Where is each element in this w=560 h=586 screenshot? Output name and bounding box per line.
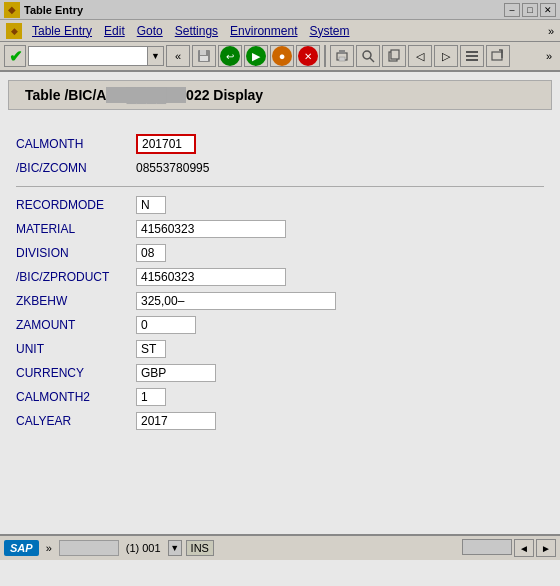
find-icon bbox=[361, 49, 375, 63]
shortcut-button[interactable]: ↩ bbox=[218, 45, 242, 67]
find-button[interactable] bbox=[356, 45, 380, 67]
calmonth2-label: CALMONTH2 bbox=[16, 390, 136, 404]
print-button[interactable] bbox=[330, 45, 354, 67]
svg-line-7 bbox=[370, 58, 374, 62]
maximize-button[interactable]: □ bbox=[522, 3, 538, 17]
toolbar-btn-7[interactable] bbox=[486, 45, 510, 67]
title-bar-controls: – □ ✕ bbox=[504, 3, 556, 17]
form-area: CALMONTH 201701 /BIC/ZCOMN 08553780995 R… bbox=[0, 126, 560, 443]
calmonth2-row: CALMONTH2 1 bbox=[16, 387, 544, 407]
zamount-value[interactable]: 0 bbox=[136, 316, 196, 334]
menu-app-icon[interactable]: ◆ bbox=[6, 23, 22, 39]
sap-logo: SAP bbox=[4, 540, 39, 556]
status-nav-right-button[interactable]: ► bbox=[536, 539, 556, 557]
material-label: MATERIAL bbox=[16, 222, 136, 236]
menu-table-entry[interactable]: Table Entry bbox=[26, 22, 98, 40]
status-progress bbox=[59, 540, 119, 556]
save-icon bbox=[197, 49, 211, 63]
content-area: Table /BIC/A████022 Display CALMONTH 201… bbox=[0, 72, 560, 560]
app-icon: ◆ bbox=[4, 2, 20, 18]
menu-edit[interactable]: Edit bbox=[98, 22, 131, 40]
calyear-value[interactable]: 2017 bbox=[136, 412, 216, 430]
close-button[interactable]: ✕ bbox=[540, 3, 556, 17]
spacer-1 bbox=[0, 118, 560, 126]
session-dropdown-button[interactable]: ▼ bbox=[168, 540, 182, 556]
red-x-icon: ✕ bbox=[298, 46, 318, 66]
command-input[interactable] bbox=[28, 46, 148, 66]
calmonth-label: CALMONTH bbox=[16, 137, 136, 151]
svg-rect-11 bbox=[466, 55, 478, 57]
division-value[interactable]: 08 bbox=[136, 244, 166, 262]
menu-settings[interactable]: Settings bbox=[169, 22, 224, 40]
play-button[interactable]: ▶ bbox=[244, 45, 268, 67]
menu-bar: ◆ Table Entry Edit Goto Settings Environ… bbox=[0, 20, 560, 42]
bic-zcomn-label: /BIC/ZCOMN bbox=[16, 161, 136, 175]
bic-zproduct-row: /BIC/ZPRODUCT 41560323 bbox=[16, 267, 544, 287]
bic-zcomn-value: 08553780995 bbox=[136, 161, 209, 175]
toolbar-divider-1 bbox=[324, 45, 326, 67]
svg-rect-4 bbox=[339, 50, 345, 54]
menu-system[interactable]: System bbox=[303, 22, 355, 40]
bic-zproduct-value[interactable]: 41560323 bbox=[136, 268, 286, 286]
form-separator bbox=[16, 186, 544, 187]
currency-value[interactable]: GBP bbox=[136, 364, 216, 382]
status-right-controls: ◄ ► bbox=[462, 539, 556, 557]
recordmode-row: RECORDMODE N bbox=[16, 195, 544, 215]
division-label: DIVISION bbox=[16, 246, 136, 260]
toolbar-more-button[interactable]: » bbox=[542, 50, 556, 62]
recordmode-value[interactable]: N bbox=[136, 196, 166, 214]
unit-row: UNIT ST bbox=[16, 339, 544, 359]
material-row: MATERIAL 41560323 bbox=[16, 219, 544, 239]
green-arrow-icon: ▶ bbox=[246, 46, 266, 66]
svg-rect-2 bbox=[200, 56, 208, 61]
page-header: Table /BIC/A████022 Display bbox=[8, 80, 552, 110]
save-button[interactable] bbox=[192, 45, 216, 67]
calmonth-value[interactable]: 201701 bbox=[136, 134, 196, 154]
cancel-button[interactable]: ✕ bbox=[296, 45, 320, 67]
minimize-button[interactable]: – bbox=[504, 3, 520, 17]
check-icon: ✔ bbox=[9, 47, 22, 66]
unit-label: UNIT bbox=[16, 342, 136, 356]
stop-button[interactable]: ● bbox=[270, 45, 294, 67]
svg-rect-1 bbox=[200, 50, 206, 55]
toolbar: ✔ ▼ « ↩ ▶ ● ✕ bbox=[0, 42, 560, 72]
zkbehw-value[interactable]: 325,00– bbox=[136, 292, 336, 310]
menu-environment[interactable]: Environment bbox=[224, 22, 303, 40]
page-title: Table /BIC/A████022 Display bbox=[25, 87, 263, 103]
menu-goto[interactable]: Goto bbox=[131, 22, 169, 40]
command-dropdown-button[interactable]: ▼ bbox=[148, 46, 164, 66]
status-more-button[interactable]: » bbox=[43, 542, 55, 554]
menu-more-button[interactable]: » bbox=[544, 25, 558, 37]
toolbar-btn-3[interactable] bbox=[382, 45, 406, 67]
orange-circle-icon: ● bbox=[272, 46, 292, 66]
check-button[interactable]: ✔ bbox=[4, 45, 26, 67]
title-bar: ◆ Table Entry – □ ✕ bbox=[0, 0, 560, 20]
svg-rect-5 bbox=[339, 57, 345, 61]
calmonth2-value[interactable]: 1 bbox=[136, 388, 166, 406]
toolbar-btn-4[interactable]: ◁ bbox=[408, 45, 432, 67]
status-nav-left-button[interactable]: ◄ bbox=[514, 539, 534, 557]
title-bar-text: Table Entry bbox=[24, 4, 83, 16]
material-value[interactable]: 41560323 bbox=[136, 220, 286, 238]
toolbar-btn-6[interactable] bbox=[460, 45, 484, 67]
calmonth-row: CALMONTH 201701 bbox=[16, 134, 544, 154]
calyear-row: CALYEAR 2017 bbox=[16, 411, 544, 431]
currency-label: CURRENCY bbox=[16, 366, 136, 380]
title-bar-left: ◆ Table Entry bbox=[4, 2, 83, 18]
toolbar-btn-5[interactable]: ▷ bbox=[434, 45, 458, 67]
zamount-label: ZAMOUNT bbox=[16, 318, 136, 332]
recordmode-label: RECORDMODE bbox=[16, 198, 136, 212]
bic-zproduct-label: /BIC/ZPRODUCT bbox=[16, 270, 136, 284]
nav-back-button[interactable]: « bbox=[166, 45, 190, 67]
print-icon bbox=[335, 49, 349, 63]
currency-row: CURRENCY GBP bbox=[16, 363, 544, 383]
status-nav-area bbox=[462, 539, 512, 555]
zamount-row: ZAMOUNT 0 bbox=[16, 315, 544, 335]
division-row: DIVISION 08 bbox=[16, 243, 544, 263]
session-indicator: (1) 001 bbox=[123, 542, 164, 554]
unit-value[interactable]: ST bbox=[136, 340, 166, 358]
status-bar: SAP » (1) 001 ▼ INS ◄ ► bbox=[0, 534, 560, 560]
svg-rect-13 bbox=[492, 52, 502, 60]
svg-rect-12 bbox=[466, 59, 478, 61]
bic-zcomn-row: /BIC/ZCOMN 08553780995 bbox=[16, 158, 544, 178]
